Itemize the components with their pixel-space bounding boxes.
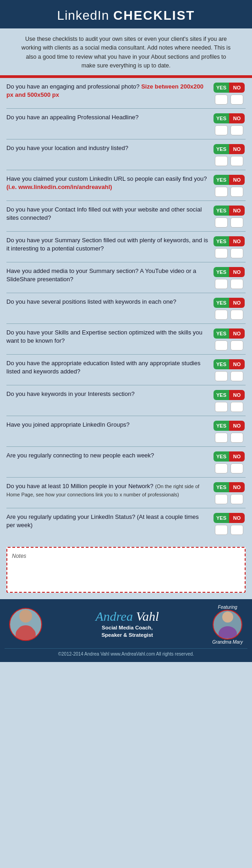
item-8-yes-no[interactable]: YES NO	[214, 298, 245, 308]
item-6-text: Do you have your Summary Section filled …	[6, 236, 209, 254]
item-7-yes-button[interactable]: YES	[214, 267, 229, 277]
item-9-checkbox-no[interactable]	[230, 340, 243, 351]
item-12-no-button[interactable]: NO	[229, 421, 245, 431]
item-10-checkbox-no[interactable]	[230, 371, 243, 381]
item-14-checkbox-yes[interactable]	[215, 494, 228, 504]
item-2-yes-button[interactable]: YES	[214, 113, 229, 123]
item-5-checkbox-no[interactable]	[230, 217, 243, 228]
item-4-checkbox-no[interactable]	[230, 187, 243, 197]
footer: Andrea Vahl Social Media Coach, Speaker …	[0, 599, 252, 662]
item-13-controls: YES NO	[213, 451, 246, 473]
item-13-checkbox-no[interactable]	[230, 463, 243, 473]
item-6-yes-button[interactable]: YES	[214, 236, 229, 246]
item-14-checkbox-no[interactable]	[230, 494, 243, 504]
item-12-yes-no[interactable]: YES NO	[214, 421, 245, 431]
item-11-text: Do you have keywords in your Interests s…	[6, 390, 209, 399]
item-7-yes-no[interactable]: YES NO	[214, 267, 245, 277]
item-3-controls: YES NO	[213, 144, 246, 166]
item-8-controls: YES NO	[213, 298, 246, 320]
checklist-container: Do you have an engaging and professional…	[0, 78, 252, 543]
item-6-no-button[interactable]: NO	[229, 236, 245, 246]
item-6-checkbox-yes[interactable]	[215, 248, 228, 258]
item-9-yes-no[interactable]: YES NO	[214, 328, 245, 339]
item-8-no-button[interactable]: NO	[229, 298, 245, 308]
item-3-checkboxes	[215, 156, 243, 166]
item-2-no-button[interactable]: NO	[229, 113, 245, 123]
item-1-checkbox-no[interactable]	[230, 95, 243, 105]
item-3-checkbox-yes[interactable]	[215, 156, 228, 166]
item-15-yes-button[interactable]: YES	[214, 513, 229, 523]
item-5-checkbox-yes[interactable]	[215, 217, 228, 228]
item-1-checkboxes	[215, 95, 243, 105]
item-4-yes-button[interactable]: YES	[214, 175, 229, 185]
item-1-yes-button[interactable]: YES	[214, 83, 229, 93]
checklist-item-5: Do you have your Contact Info filled out…	[6, 201, 246, 232]
item-1-controls: YES NO	[213, 83, 246, 105]
item-4-checkbox-yes[interactable]	[215, 187, 228, 197]
title-bold: CHECKLIST	[113, 8, 195, 22]
checklist-item-9: Do you have your Skills and Expertise se…	[6, 324, 246, 355]
item-7-controls: YES NO	[213, 267, 246, 289]
item-10-yes-button[interactable]: YES	[214, 359, 229, 369]
item-7-checkbox-yes[interactable]	[215, 279, 228, 289]
item-15-checkbox-yes[interactable]	[215, 525, 228, 535]
item-10-checkboxes	[215, 371, 243, 381]
item-10-text: Do you have the appropriate education li…	[6, 359, 209, 377]
item-9-yes-button[interactable]: YES	[214, 328, 229, 339]
item-8-yes-button[interactable]: YES	[214, 298, 229, 308]
item-1-no-button[interactable]: NO	[229, 83, 245, 93]
item-13-checkbox-yes[interactable]	[215, 463, 228, 473]
subtitle-text: Use these checklists to audit your own s…	[0, 28, 252, 75]
item-11-yes-button[interactable]: YES	[214, 390, 229, 400]
notes-section[interactable]: Notes	[6, 547, 246, 593]
item-8-checkbox-no[interactable]	[230, 310, 243, 320]
item-13-text: Are you regularly connecting to new peop…	[6, 451, 209, 460]
item-1-yes-no[interactable]: YES NO	[214, 83, 245, 93]
footer-main: Andrea Vahl Social Media Coach, Speaker …	[5, 605, 247, 645]
item-11-checkbox-yes[interactable]	[215, 402, 228, 412]
item-2-checkbox-no[interactable]	[230, 125, 243, 135]
item-10-no-button[interactable]: NO	[229, 359, 245, 369]
item-2-checkbox-yes[interactable]	[215, 125, 228, 135]
item-9-checkbox-yes[interactable]	[215, 340, 228, 351]
item-3-yes-no[interactable]: YES NO	[214, 144, 245, 154]
item-4-no-button[interactable]: NO	[229, 175, 245, 185]
item-10-yes-no[interactable]: YES NO	[214, 359, 245, 369]
item-12-checkbox-yes[interactable]	[215, 433, 228, 443]
item-12-checkbox-no[interactable]	[230, 433, 243, 443]
item-8-checkbox-yes[interactable]	[215, 310, 228, 320]
item-9-no-button[interactable]: NO	[229, 328, 245, 339]
item-11-checkbox-no[interactable]	[230, 402, 243, 412]
item-13-checkboxes	[215, 463, 243, 473]
item-5-yes-no[interactable]: YES NO	[214, 206, 245, 216]
item-14-no-button[interactable]: NO	[229, 482, 245, 492]
item-10-checkbox-yes[interactable]	[215, 371, 228, 381]
item-3-no-button[interactable]: NO	[229, 144, 245, 154]
item-13-no-button[interactable]: NO	[229, 451, 245, 462]
item-7-no-button[interactable]: NO	[229, 267, 245, 277]
item-14-yes-no[interactable]: YES NO	[214, 482, 245, 492]
item-11-yes-no[interactable]: YES NO	[214, 390, 245, 400]
item-6-yes-no[interactable]: YES NO	[214, 236, 245, 246]
item-4-yes-no[interactable]: YES NO	[214, 175, 245, 185]
item-6-checkbox-no[interactable]	[230, 248, 243, 258]
item-15-checkbox-no[interactable]	[230, 525, 243, 535]
item-13-yes-no[interactable]: YES NO	[214, 451, 245, 462]
item-15-yes-no[interactable]: YES NO	[214, 513, 245, 523]
svg-point-2	[17, 625, 34, 638]
item-2-yes-no[interactable]: YES NO	[214, 113, 245, 123]
checklist-item-15: Are you regularly updating your LinkedIn…	[6, 508, 246, 539]
item-15-no-button[interactable]: NO	[229, 513, 245, 523]
item-6-checkboxes	[215, 248, 243, 258]
item-13-yes-button[interactable]: YES	[214, 451, 229, 462]
item-1-checkbox-yes[interactable]	[215, 95, 228, 105]
item-3-yes-button[interactable]: YES	[214, 144, 229, 154]
item-7-checkbox-no[interactable]	[230, 279, 243, 289]
item-3-checkbox-no[interactable]	[230, 156, 243, 166]
item-5-yes-button[interactable]: YES	[214, 206, 229, 216]
item-5-no-button[interactable]: NO	[229, 206, 245, 216]
item-12-yes-button[interactable]: YES	[214, 421, 229, 431]
item-14-yes-button[interactable]: YES	[214, 482, 229, 492]
checklist-item-2: Do you have an appealing Professional He…	[6, 109, 246, 139]
item-11-no-button[interactable]: NO	[229, 390, 245, 400]
